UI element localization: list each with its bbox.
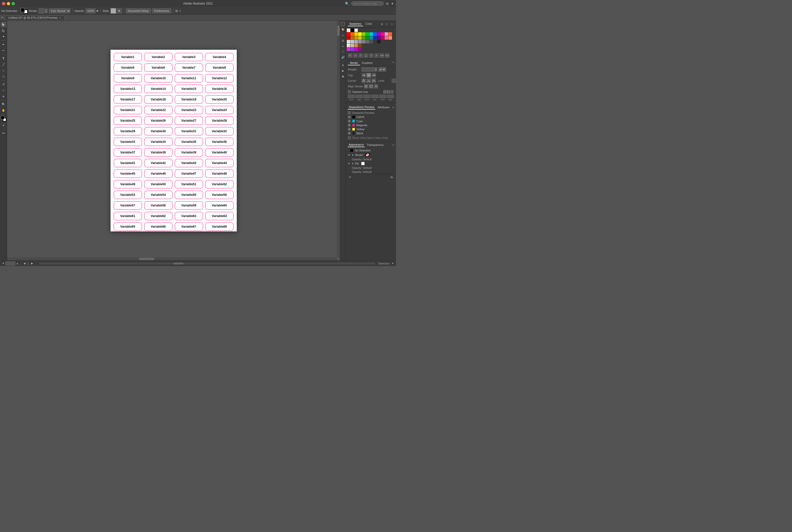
more-tools[interactable]: •••: [1, 130, 6, 136]
bevel-corner-icon[interactable]: [372, 78, 376, 83]
stroke-panel-tab[interactable]: Stroke: [348, 61, 360, 65]
direct-select-tool[interactable]: [1, 28, 6, 33]
fill-none[interactable]: ⊘: [1, 122, 6, 128]
distribute-h-icon[interactable]: ⟺: [380, 53, 384, 58]
weight-unit[interactable]: pt: [378, 67, 386, 72]
link-icon[interactable]: 🔗: [341, 55, 345, 60]
variable-button[interactable]: Variable2: [144, 53, 173, 61]
variable-button[interactable]: Variable15: [175, 84, 203, 93]
align-inside-stroke-icon[interactable]: [369, 84, 373, 89]
style-dropdown[interactable]: ▼: [117, 8, 122, 13]
tool-fill-stroke[interactable]: [1, 116, 6, 121]
align-center-h-icon[interactable]: ⊣: [353, 53, 358, 58]
variable-button[interactable]: Variable24: [205, 106, 234, 114]
variable-button[interactable]: Variable54: [144, 191, 173, 199]
sep-eye-icon[interactable]: 👁: [348, 120, 351, 123]
swatch-tan1[interactable]: [351, 44, 354, 47]
variable-button[interactable]: Variable63: [175, 212, 203, 220]
appear-eye-icon[interactable]: 👁: [348, 175, 352, 179]
swatch-grey4[interactable]: [358, 40, 362, 43]
align-center-stroke-icon[interactable]: [364, 84, 368, 89]
swatch-coral[interactable]: [389, 32, 392, 36]
miter-corner-icon[interactable]: [361, 78, 366, 83]
align-outside-stroke-icon[interactable]: [374, 84, 378, 89]
round-corner-icon[interactable]: [366, 78, 371, 83]
dash3-input[interactable]: [379, 95, 386, 98]
maximize-button[interactable]: [12, 2, 15, 5]
search-input[interactable]: [351, 1, 384, 6]
separations-tab[interactable]: Separations Preview: [348, 105, 375, 110]
dash2-input[interactable]: [363, 95, 371, 98]
variable-button[interactable]: Variable47: [175, 169, 203, 178]
variable-button[interactable]: Variable39: [175, 148, 203, 157]
tab-close-icon[interactable]: ✕: [59, 16, 61, 19]
appear-fill-swatch[interactable]: [361, 162, 365, 165]
swatch-purple[interactable]: [377, 32, 381, 36]
zoom-tool[interactable]: 🔍: [1, 101, 6, 107]
appear-stroke-eye[interactable]: 👁: [348, 154, 350, 156]
swatch-grey6[interactable]: [366, 40, 369, 43]
variable-button[interactable]: Variable53: [114, 191, 142, 199]
variable-button[interactable]: Variable57: [114, 201, 142, 210]
variable-button[interactable]: Variable60: [205, 201, 234, 210]
align-panel-icon[interactable]: ≡: [341, 44, 345, 49]
dashed-line-checkbox[interactable]: [348, 90, 351, 93]
variable-button[interactable]: Variable12: [205, 74, 234, 82]
swatch-none[interactable]: [347, 28, 350, 32]
dash-style-2[interactable]: [389, 90, 394, 94]
appear-fill-eye[interactable]: 👁: [348, 162, 350, 165]
swatch-cyan[interactable]: [370, 32, 373, 36]
appear-fx-icon[interactable]: fx: [390, 175, 394, 179]
variable-button[interactable]: Variable56: [205, 191, 234, 199]
swatch-violet[interactable]: [347, 48, 350, 51]
pencil-tool[interactable]: ✏: [1, 48, 6, 53]
next-page-btn[interactable]: ▶: [31, 262, 33, 265]
gap3-input[interactable]: [387, 95, 394, 98]
color-tab[interactable]: Color: [364, 22, 374, 26]
align-right-icon[interactable]: ⊤: [358, 53, 363, 58]
transform-panel-icon[interactable]: ⊞: [341, 38, 345, 43]
distribute-v-icon[interactable]: ⟻: [385, 53, 390, 58]
variable-button[interactable]: Variable44: [205, 159, 234, 167]
swatch-dark-purple[interactable]: [377, 36, 381, 40]
appearance-tab[interactable]: Appearance: [348, 142, 365, 147]
swatches-panel-icon[interactable]: ⬛: [341, 22, 345, 26]
align-left-icon[interactable]: ⊢: [348, 53, 352, 58]
zoom-up-btn[interactable]: ▲: [16, 262, 19, 265]
variable-button[interactable]: Variable55: [175, 191, 203, 199]
variable-button[interactable]: Variable52: [205, 180, 234, 189]
swatch-grey3[interactable]: [354, 40, 358, 43]
sep-menu-icon[interactable]: ≡: [393, 106, 394, 109]
variable-button[interactable]: Variable27: [175, 116, 203, 125]
variable-button[interactable]: Variable42: [144, 159, 173, 167]
show-spot-checkbox[interactable]: [348, 136, 351, 139]
opacity-input[interactable]: [86, 8, 96, 13]
swatch-fuchsia[interactable]: [354, 48, 358, 51]
variable-button[interactable]: Variable7: [175, 63, 203, 72]
swatch-yellow-orange[interactable]: [354, 32, 358, 36]
rotate-tool[interactable]: ↺: [1, 81, 6, 87]
variable-button[interactable]: Variable13: [114, 84, 142, 93]
zoom-input[interactable]: 66.67%: [5, 262, 15, 266]
close-button[interactable]: [2, 2, 5, 5]
variable-button[interactable]: Variable20: [205, 95, 234, 104]
line-tool[interactable]: ╱: [1, 61, 6, 67]
variable-button[interactable]: Variable11: [175, 74, 203, 82]
gap1-input[interactable]: [356, 95, 363, 98]
dash1-input[interactable]: [348, 95, 355, 98]
document-tab[interactable]: Untitled-23* @ 66.67% (CMYK/Preview) ✕: [5, 15, 64, 20]
sep-eye-icon[interactable]: 👁: [348, 124, 351, 127]
dash-style-1[interactable]: [383, 90, 389, 94]
paintbucket-tool[interactable]: ⬡: [1, 74, 6, 79]
variable-button[interactable]: Variable19: [175, 95, 203, 104]
vertical-scrollbar[interactable]: [337, 21, 340, 258]
variable-button[interactable]: Variable58: [144, 201, 173, 210]
variable-button[interactable]: Variable32: [205, 127, 234, 135]
variable-button[interactable]: Variable41: [114, 159, 142, 167]
variable-button[interactable]: Variable64: [205, 212, 234, 220]
appear-stroke-arrow[interactable]: ▼: [351, 154, 354, 156]
doc-setup-button[interactable]: Document Setup: [126, 8, 151, 13]
swatch-magenta[interactable]: [381, 32, 384, 36]
swatch-olive[interactable]: [358, 36, 362, 40]
variable-button[interactable]: Variable18: [144, 95, 173, 104]
